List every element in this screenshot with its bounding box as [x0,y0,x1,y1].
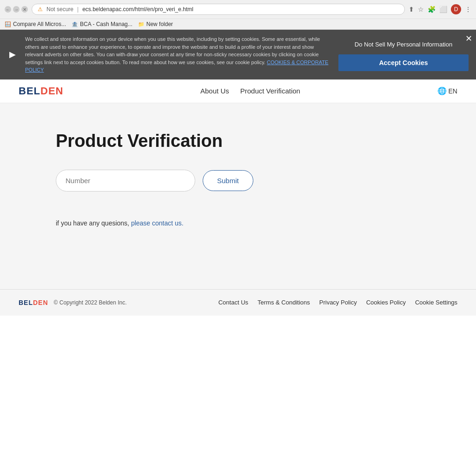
footer-left: BELDEN © Copyright 2022 Belden Inc. [19,299,127,306]
number-input[interactable] [56,170,195,192]
footer-copyright: © Copyright 2022 Belden Inc. [54,299,127,306]
logo-bel: BEL [19,85,40,97]
language-label: EN [449,87,457,95]
verification-form: Submit [56,170,457,192]
forward-button[interactable]: → [13,6,20,13]
bookmark-label-folder: New folder [146,21,173,27]
footer-cookies-policy[interactable]: Cookies Policy [366,299,406,306]
tab-button[interactable]: ⬜ [439,6,447,13]
profile-button[interactable]: D [451,4,461,14]
browser-action-buttons: ⬆ ☆ 🧩 ⬜ D ⋮ [409,4,471,14]
cookie-text: We collect and store information on your… [25,35,331,74]
share-button[interactable]: ⬆ [409,6,414,13]
bottom-space [0,316,476,409]
footer-logo-bel: BEL [19,299,33,306]
main-content: Product Verification Submit if you have … [0,103,476,289]
bookmark-label-bca: BCA - Cash Manag... [80,21,132,27]
cookie-expand-button[interactable]: ▶ [7,47,18,61]
extension-button[interactable]: 🧩 [428,6,436,13]
separator: | [77,6,79,13]
bookmarks-bar: 🪟 Compare All Micros... 🏦 BCA - Cash Man… [0,19,476,29]
bookmark-button[interactable]: ☆ [418,6,424,13]
reload-button[interactable]: ✕ [21,6,28,13]
submit-button[interactable]: Submit [203,170,253,191]
site-logo[interactable]: BELDEN [19,85,63,97]
not-secure-label: Not secure [46,6,73,13]
bookmark-bca[interactable]: 🏦 BCA - Cash Manag... [72,21,132,27]
contact-link[interactable]: please contact us. [131,219,184,227]
footer-contact-us[interactable]: Contact Us [218,299,248,306]
logo-den: DEN [40,85,63,97]
bookmark-label-compare: Compare All Micros... [13,21,66,27]
footer-privacy-policy[interactable]: Privacy Policy [319,299,357,306]
globe-icon: 🌐 [437,86,447,95]
back-button[interactable]: ← [5,6,11,13]
address-bar[interactable]: ⚠ Not secure | ecs.beldenapac.com/html/e… [32,4,405,15]
accept-cookies-button[interactable]: Accept Cookies [338,54,469,71]
nav-about-us[interactable]: About Us [200,87,229,95]
security-warning-icon: ⚠ [38,6,43,13]
bookmark-icon-compare: 🪟 [5,21,11,27]
footer-links: Contact Us Terms & Conditions Privacy Po… [218,299,457,306]
url-text: ecs.beldenapac.com/html/en/pro_veri_e.ht… [82,6,399,13]
footer-cookie-settings[interactable]: Cookie Settings [415,299,457,306]
browser-chrome: ← → ✕ ⚠ Not secure | ecs.beldenapac.com/… [0,0,476,30]
site-header: BELDEN About Us Product Verification 🌐 E… [0,79,476,103]
cookie-banner: ▶ We collect and store information on yo… [0,30,476,79]
cookie-actions: Do Not Sell My Personal Information Acce… [338,38,469,71]
cookie-close-button[interactable]: ✕ [465,33,472,44]
bookmark-icon-bca: 🏦 [72,21,78,27]
browser-nav-buttons: ← → ✕ [5,6,28,13]
contact-note-text: if you have any quesions, [56,219,129,227]
do-not-sell-button[interactable]: Do Not Sell My Personal Information [338,38,469,51]
site-footer: BELDEN © Copyright 2022 Belden Inc. Cont… [0,289,476,316]
footer-logo: BELDEN [19,299,48,306]
contact-note: if you have any quesions, please contact… [56,219,457,227]
language-selector[interactable]: 🌐 EN [437,86,457,95]
bookmark-folder[interactable]: 📁 New folder [138,21,173,27]
page-title: Product Verification [56,131,457,151]
nav-product-verification[interactable]: Product Verification [240,87,300,95]
site-navigation: About Us Product Verification [200,87,300,95]
footer-terms-conditions[interactable]: Terms & Conditions [258,299,310,306]
menu-button[interactable]: ⋮ [465,6,471,13]
footer-logo-den: DEN [33,299,48,306]
bookmark-icon-folder: 📁 [138,21,145,27]
browser-toolbar: ← → ✕ ⚠ Not secure | ecs.beldenapac.com/… [0,0,476,19]
bookmark-compare[interactable]: 🪟 Compare All Micros... [5,21,66,27]
